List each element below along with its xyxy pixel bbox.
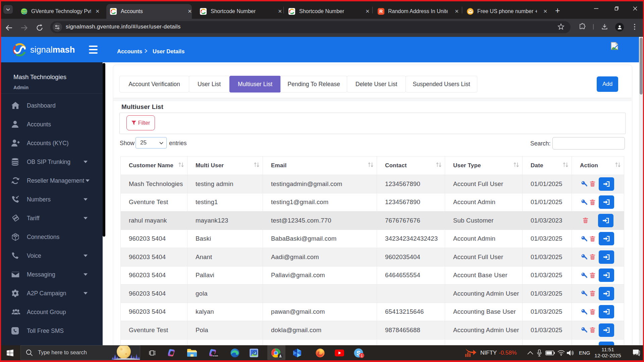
svg-text:M365: M365 — [213, 354, 218, 357]
